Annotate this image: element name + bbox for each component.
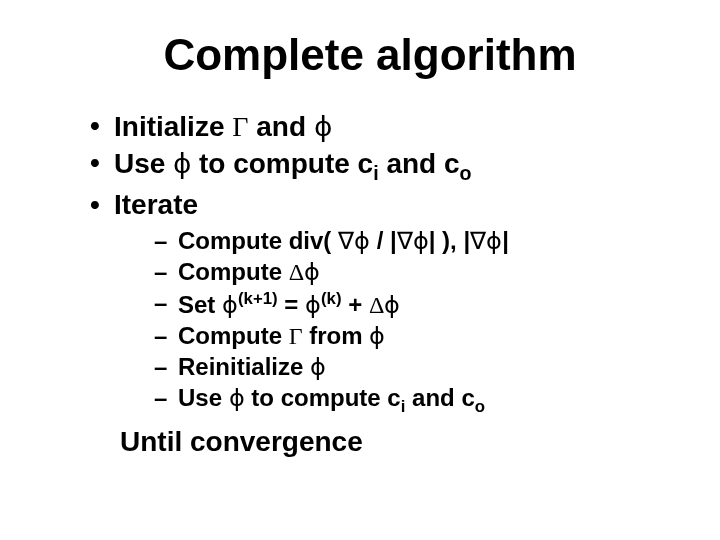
math-symbol: Δϕ (369, 292, 400, 318)
gamma-symbol: Γ (232, 111, 248, 142)
text: Compute (178, 322, 289, 349)
sub-bullet-0: Compute div( ∇ϕ / |∇ϕ| ), |∇ϕ| (154, 227, 680, 255)
sub-bullet-2: Set ϕ(k+1) = ϕ(k) + Δϕ (154, 289, 680, 319)
math-symbol: ϕ (222, 292, 238, 318)
math-symbol: ϕ (369, 323, 385, 349)
sub-list: Compute div( ∇ϕ / |∇ϕ| ), |∇ϕ|Compute Δϕ… (114, 227, 680, 417)
math-symbol: ∇ϕ (470, 228, 502, 254)
sub-bullet-5: Use ϕ to compute ci and co (154, 384, 680, 417)
text: to compute c (191, 148, 373, 179)
bullet-use-phi: Use ϕ to compute ci and co (90, 147, 680, 185)
math-symbol: ϕ (310, 354, 326, 380)
text: and (248, 111, 313, 142)
phi-symbol: ϕ (173, 148, 191, 179)
math-symbol: ∇ϕ (338, 228, 370, 254)
math-symbol: Γ (289, 323, 303, 349)
math-symbol: Δϕ (289, 259, 320, 285)
text: to compute c (245, 384, 401, 411)
text: Use (178, 384, 229, 411)
text: from (303, 322, 370, 349)
until-convergence: Until convergence (120, 426, 680, 458)
sub-bullet-3: Compute Γ from ϕ (154, 322, 680, 350)
text: / | (370, 227, 397, 254)
math-symbol: ϕ (229, 385, 245, 411)
text: and c (379, 148, 460, 179)
bullet-initialize: Initialize Γ and ϕ (90, 110, 680, 143)
subscript: o (475, 396, 485, 415)
text: Iterate (114, 189, 198, 220)
slide-title: Complete algorithm (60, 30, 680, 80)
sub-bullet-1: Compute Δϕ (154, 258, 680, 286)
slide: Complete algorithm Initialize Γ and ϕ Us… (0, 0, 720, 540)
sub-bullet-4: Reinitialize ϕ (154, 353, 680, 381)
text: Initialize (114, 111, 232, 142)
text: = (278, 291, 305, 318)
bullet-iterate: Iterate Compute div( ∇ϕ / |∇ϕ| ), |∇ϕ|Co… (90, 189, 680, 417)
superscript: (k) (321, 289, 342, 308)
text: Use (114, 148, 173, 179)
main-list: Initialize Γ and ϕ Use ϕ to compute ci a… (60, 110, 680, 416)
text: | (502, 227, 509, 254)
text: Compute div( (178, 227, 338, 254)
phi-symbol: ϕ (314, 111, 332, 142)
math-symbol: ϕ (305, 292, 321, 318)
text: + (342, 291, 369, 318)
math-symbol: ∇ϕ (397, 228, 429, 254)
text: Compute (178, 258, 289, 285)
text: | ), | (429, 227, 470, 254)
subscript-o: o (460, 162, 472, 184)
text: and c (405, 384, 474, 411)
text: Set (178, 291, 222, 318)
superscript: (k+1) (238, 289, 278, 308)
text: Reinitialize (178, 353, 310, 380)
